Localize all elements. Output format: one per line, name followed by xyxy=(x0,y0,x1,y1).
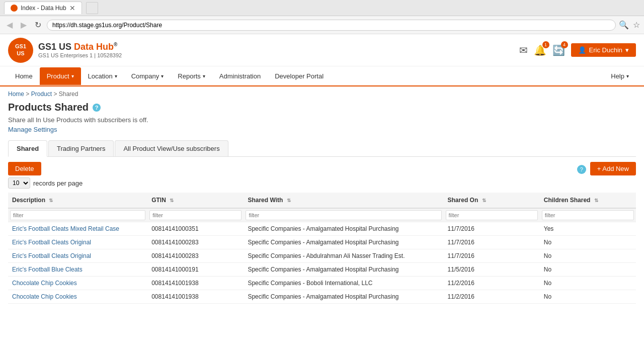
tab-close-icon[interactable]: ✕ xyxy=(69,4,75,12)
row-children-shared: No xyxy=(540,277,636,290)
nav-home[interactable]: Home xyxy=(8,67,40,85)
row-gtin: 00814141000283 xyxy=(147,249,244,263)
row-description[interactable]: Chocolate Chip Cookies xyxy=(12,280,77,287)
user-menu-button[interactable]: 👤 Eric Duchin ▾ xyxy=(571,43,636,57)
tab-all-product-subscribers[interactable]: All Product View/Use subscribers xyxy=(115,140,228,156)
nav-product[interactable]: Product ▾ xyxy=(40,67,81,85)
filter-shared-on[interactable] xyxy=(446,210,538,220)
main-nav: Home Product ▾ Location ▾ Company ▾ Repo… xyxy=(0,66,644,86)
row-gtin: 00814141000351 xyxy=(147,222,244,236)
row-description[interactable]: Eric's Football Blue Cleats xyxy=(12,266,83,273)
col-description: Description ⇅ xyxy=(8,193,147,208)
row-children-shared: Yes xyxy=(540,222,636,236)
records-per-page: 10 25 50 records per page xyxy=(8,177,636,189)
logo-title: GS1 US Data Hub® xyxy=(38,42,122,52)
shared-products-table: Description ⇅ GTIN ⇅ Shared With ⇅ Share… xyxy=(8,193,636,304)
delete-button[interactable]: Delete xyxy=(8,162,41,175)
reports-caret: ▾ xyxy=(203,73,205,79)
sort-children-icon[interactable]: ⇅ xyxy=(594,198,598,203)
filter-description[interactable] xyxy=(10,210,145,220)
row-shared-on: 11/2/2016 xyxy=(444,277,540,290)
star-icon[interactable]: ☆ xyxy=(633,20,640,30)
row-shared-with: Specific Companies - Amalgamated Hospita… xyxy=(244,222,443,236)
row-shared-on: 11/2/2016 xyxy=(444,290,540,304)
row-gtin: 00814141001938 xyxy=(147,290,244,304)
sync-badge: 4 xyxy=(561,41,568,48)
table-header-row: Description ⇅ GTIN ⇅ Shared With ⇅ Share… xyxy=(8,193,636,208)
search-icon[interactable]: 🔍 xyxy=(619,20,629,30)
row-description[interactable]: Eric's Football Cleats Original xyxy=(12,252,91,259)
nav-location[interactable]: Location ▾ xyxy=(81,67,124,85)
refresh-button[interactable]: ↻ xyxy=(32,19,44,31)
forward-button[interactable]: ▶ xyxy=(18,19,29,31)
row-shared-on: 11/7/2016 xyxy=(444,236,540,249)
user-name: Eric Duchin xyxy=(589,46,622,54)
company-caret: ▾ xyxy=(161,73,164,79)
logo-circle: GS1US xyxy=(8,38,33,63)
row-shared-on: 11/7/2016 xyxy=(444,222,540,236)
bell-badge: 1 xyxy=(542,41,549,48)
col-children-shared: Children Shared ⇅ xyxy=(540,193,636,208)
bell-icon[interactable]: 🔔 1 xyxy=(534,44,546,56)
sort-shared-on-icon[interactable]: ⇅ xyxy=(482,198,486,203)
sort-description-icon[interactable]: ⇅ xyxy=(49,198,53,203)
new-tab-btn[interactable] xyxy=(86,2,98,14)
breadcrumb-product[interactable]: Product xyxy=(31,90,52,98)
row-shared-with: Specific Companies - Abdulrahman Ali Nas… xyxy=(244,249,443,263)
tab-shared[interactable]: Shared xyxy=(8,140,47,157)
breadcrumb-current: Shared xyxy=(59,90,78,98)
product-caret: ▾ xyxy=(71,73,74,79)
page-content: Products Shared ? Share all In Use Produ… xyxy=(0,102,644,312)
active-tab[interactable]: Index - Data Hub ✕ xyxy=(4,2,82,14)
sync-icon[interactable]: 🔄 4 xyxy=(552,44,565,56)
sort-shared-with-icon[interactable]: ⇅ xyxy=(287,198,291,203)
row-description[interactable]: Chocolate Chip Cookies xyxy=(12,293,77,300)
table-help-icon[interactable]: ? xyxy=(577,165,586,174)
tab-title: Index - Data Hub xyxy=(21,5,66,12)
help-caret: ▾ xyxy=(626,73,629,79)
table-row: Eric's Football Cleats Mixed Retail Case… xyxy=(8,222,636,236)
nav-administration[interactable]: Administration xyxy=(212,67,268,85)
tabs-container: Shared Trading Partners All Product View… xyxy=(8,140,636,157)
browser-actions: 🔍 ☆ xyxy=(619,20,640,30)
table-row: Chocolate Chip Cookies 00814141001938 Sp… xyxy=(8,290,636,304)
breadcrumb: Home > Product > Shared xyxy=(0,86,644,102)
logo-gs1us: GS1 US xyxy=(38,42,71,52)
back-button[interactable]: ◀ xyxy=(4,19,15,31)
browser-nav-bar: ◀ ▶ ↻ 🔍 ☆ xyxy=(0,16,644,34)
filter-gtin[interactable] xyxy=(149,210,242,220)
add-new-button[interactable]: + Add New xyxy=(590,162,636,175)
row-shared-with: Specific Companies - Amalgamated Hospita… xyxy=(244,236,443,249)
manage-settings-link[interactable]: Manage Settings xyxy=(8,126,57,133)
filter-children-shared[interactable] xyxy=(542,210,634,220)
title-help-icon[interactable]: ? xyxy=(93,104,101,112)
filter-shared-with[interactable] xyxy=(246,210,441,220)
sort-gtin-icon[interactable]: ⇅ xyxy=(170,198,174,203)
table-filter-row xyxy=(8,208,636,222)
row-description[interactable]: Eric's Football Cleats Original xyxy=(12,239,91,246)
row-shared-with: Specific Companies - Amalgamated Hospita… xyxy=(244,263,443,277)
tab-trading-partners[interactable]: Trading Partners xyxy=(48,140,114,156)
nav-company[interactable]: Company ▾ xyxy=(124,67,171,85)
row-children-shared: No xyxy=(540,236,636,249)
mail-icon[interactable]: ✉ xyxy=(519,44,528,56)
header-right: ✉ 🔔 1 🔄 4 👤 Eric Duchin ▾ xyxy=(519,43,636,57)
table-row: Eric's Football Cleats Original 00814141… xyxy=(8,249,636,263)
nav-help[interactable]: Help ▾ xyxy=(604,67,636,85)
nav-developer-portal[interactable]: Developer Portal xyxy=(268,67,331,85)
row-gtin: 00814141000283 xyxy=(147,236,244,249)
table-body: Eric's Football Cleats Mixed Retail Case… xyxy=(8,222,636,304)
logo-area: GS1US GS1 US Data Hub® GS1 US Enterprise… xyxy=(8,38,122,63)
col-shared-on: Shared On ⇅ xyxy=(444,193,540,208)
records-per-page-select[interactable]: 10 25 50 xyxy=(8,177,30,189)
page-title: Products Shared ? xyxy=(8,102,636,113)
nav-reports[interactable]: Reports ▾ xyxy=(171,67,212,85)
row-gtin: 00814141001938 xyxy=(147,277,244,290)
address-bar[interactable] xyxy=(47,20,616,31)
breadcrumb-home[interactable]: Home xyxy=(8,90,24,98)
row-shared-with: Specific Companies - Amalgamated Hospita… xyxy=(244,290,443,304)
row-children-shared: No xyxy=(540,290,636,304)
info-text: Share all In Use Products with subscribe… xyxy=(8,116,636,124)
row-description[interactable]: Eric's Football Cleats Mixed Retail Case xyxy=(12,225,119,232)
browser-tab-bar: Index - Data Hub ✕ xyxy=(0,0,644,16)
